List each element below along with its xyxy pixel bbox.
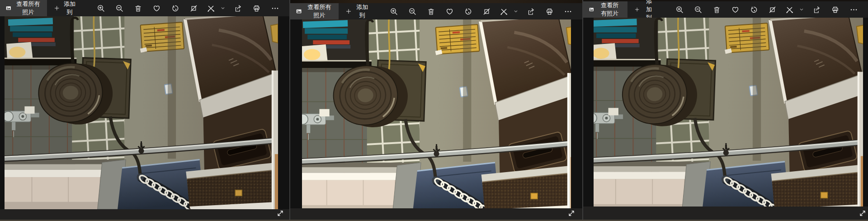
add-to-label: 添加到 (63, 0, 76, 16)
photo-toolbar: 查看所有照片 添加到 (0, 0, 289, 16)
plus-icon (346, 8, 351, 15)
photo-image[interactable] (302, 19, 571, 208)
print-icon (546, 8, 553, 15)
zoom-out-button[interactable] (404, 3, 421, 19)
zoom-out-button[interactable] (689, 1, 707, 18)
canvas-bottom-margin (0, 209, 289, 220)
zoom-in-button[interactable] (385, 3, 402, 19)
view-all-photos-label: 查看所有照片 (15, 0, 41, 16)
edit-create-button[interactable] (495, 3, 512, 19)
add-to-button[interactable]: 添加到 (340, 3, 374, 19)
toolbar-right-group (495, 3, 582, 19)
crop-button[interactable] (478, 3, 495, 19)
photo-canvas (583, 18, 868, 220)
favorite-heart-icon (446, 8, 453, 15)
plus-icon (635, 6, 639, 13)
view-all-photos-button[interactable]: 查看所有照片 (290, 3, 339, 19)
photo-image[interactable] (594, 18, 863, 207)
crop-icon (483, 8, 491, 15)
photo-gallery-icon (589, 6, 594, 13)
print-button[interactable] (541, 3, 558, 19)
more-options-icon (564, 8, 572, 15)
toolbar-right-group (781, 1, 868, 18)
print-icon (831, 6, 839, 14)
expand-diagonal-icon (277, 210, 284, 217)
photo-canvas (0, 16, 289, 220)
share-icon (234, 5, 242, 12)
edit-create-icon (786, 6, 793, 14)
favorite-heart-icon (153, 5, 160, 12)
photo-toolbar: 查看所有照片 添加到 (290, 3, 582, 19)
zoom-in-icon (676, 6, 684, 14)
print-button[interactable] (826, 1, 844, 18)
toolbar-center-group (671, 1, 781, 18)
plus-icon (54, 5, 59, 12)
add-to-button[interactable]: 添加到 (49, 0, 81, 16)
toolbar-center-group (92, 0, 202, 16)
favorite-button[interactable] (726, 1, 744, 18)
edit-create-dropdown[interactable] (220, 0, 226, 16)
share-button[interactable] (522, 3, 539, 19)
view-all-photos-button[interactable]: 查看所有照片 (583, 1, 627, 18)
photo-gallery-icon (296, 8, 302, 15)
rotate-icon (750, 6, 758, 14)
more-options-button[interactable] (559, 3, 576, 19)
fullscreen-button[interactable] (566, 209, 576, 218)
zoom-out-button[interactable] (111, 0, 128, 16)
delete-button[interactable] (708, 1, 725, 18)
photo-image[interactable] (5, 16, 278, 209)
favorite-heart-icon (731, 6, 739, 14)
photo-gallery-icon (6, 5, 11, 12)
rotate-button[interactable] (166, 0, 184, 16)
fullscreen-button[interactable] (858, 209, 868, 218)
rotate-icon (171, 5, 179, 12)
zoom-out-icon (409, 8, 416, 15)
view-all-photos-label: 查看所有照片 (306, 3, 333, 19)
more-options-icon (271, 5, 279, 12)
view-all-photos-button[interactable]: 查看所有照片 (0, 0, 47, 16)
edit-create-icon (207, 5, 215, 12)
rotate-button[interactable] (745, 1, 762, 18)
fullscreen-button[interactable] (275, 209, 285, 218)
favorite-button[interactable] (441, 3, 458, 19)
photos-window-3: 查看所有照片 添加到 (582, 0, 868, 220)
view-all-photos-label: 查看所有照片 (598, 1, 622, 18)
print-icon (253, 5, 260, 12)
toolbar-right-group (202, 0, 289, 16)
add-to-label: 添加到 (356, 3, 369, 19)
edit-create-dropdown[interactable] (513, 3, 519, 19)
share-icon (527, 8, 535, 15)
crop-button[interactable] (185, 0, 202, 16)
canvas-bottom-margin (583, 207, 868, 220)
photos-window-2: 查看所有照片 添加到 (289, 0, 582, 220)
share-button[interactable] (808, 1, 825, 18)
edit-create-button[interactable] (781, 1, 798, 18)
zoom-in-icon (390, 8, 398, 15)
zoom-in-button[interactable] (92, 0, 109, 16)
photo-canvas (290, 19, 582, 220)
window-top-edge (290, 0, 582, 3)
rotate-button[interactable] (459, 3, 476, 19)
more-options-button[interactable] (266, 0, 283, 16)
more-options-icon (850, 6, 858, 14)
crop-button[interactable] (764, 1, 781, 18)
delete-button[interactable] (129, 0, 146, 16)
canvas-bottom-margin (290, 208, 582, 220)
delete-icon (713, 6, 721, 14)
edit-create-button[interactable] (202, 0, 219, 16)
zoom-in-icon (97, 5, 105, 12)
delete-icon (134, 5, 142, 12)
favorite-button[interactable] (148, 0, 165, 16)
zoom-out-icon (116, 5, 123, 12)
chevron-down-icon (221, 7, 225, 10)
edit-create-dropdown[interactable] (798, 1, 805, 18)
photos-window-1: 查看所有照片 添加到 (0, 0, 289, 220)
share-button[interactable] (229, 0, 246, 16)
more-options-button[interactable] (845, 1, 862, 18)
delete-button[interactable] (422, 3, 439, 19)
add-to-button[interactable]: 添加到 (629, 1, 660, 18)
zoom-in-button[interactable] (671, 1, 688, 18)
print-button[interactable] (248, 0, 265, 16)
photo-toolbar: 查看所有照片 添加到 (583, 1, 868, 18)
share-icon (813, 6, 821, 14)
